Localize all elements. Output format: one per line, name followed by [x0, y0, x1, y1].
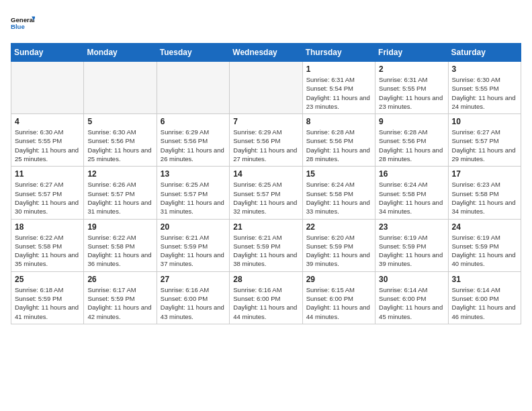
weekday-header: Tuesday: [157, 44, 229, 62]
day-info: Sunrise: 6:14 AMSunset: 6:00 PMDaylight:…: [379, 285, 444, 321]
day-number: 14: [233, 169, 298, 179]
day-number: 23: [379, 222, 444, 232]
day-info: Sunrise: 6:24 AMSunset: 5:58 PMDaylight:…: [306, 180, 371, 216]
day-number: 21: [233, 222, 298, 232]
weekday-header: Monday: [84, 44, 157, 62]
calendar-day-cell: 1Sunrise: 6:31 AMSunset: 5:54 PMDaylight…: [302, 62, 375, 114]
day-number: 31: [452, 275, 517, 284]
day-number: 12: [87, 169, 152, 179]
day-number: 8: [306, 117, 371, 126]
day-info: Sunrise: 6:31 AMSunset: 5:55 PMDaylight:…: [379, 75, 444, 111]
day-info: Sunrise: 6:21 AMSunset: 5:59 PMDaylight:…: [233, 233, 298, 269]
weekday-header-row: SundayMondayTuesdayWednesdayThursdayFrid…: [11, 44, 521, 62]
day-info: Sunrise: 6:24 AMSunset: 5:58 PMDaylight:…: [379, 180, 444, 216]
calendar-day-cell: 22Sunrise: 6:20 AMSunset: 5:59 PMDayligh…: [302, 219, 375, 271]
day-info: Sunrise: 6:14 AMSunset: 6:00 PMDaylight:…: [452, 285, 517, 321]
calendar-day-cell: 15Sunrise: 6:24 AMSunset: 5:58 PMDayligh…: [302, 167, 375, 219]
day-info: Sunrise: 6:22 AMSunset: 5:58 PMDaylight:…: [87, 233, 152, 269]
calendar-day-cell: 8Sunrise: 6:28 AMSunset: 5:56 PMDaylight…: [302, 114, 375, 167]
day-info: Sunrise: 6:29 AMSunset: 5:56 PMDaylight:…: [233, 128, 298, 163]
svg-text:General: General: [11, 16, 35, 24]
weekday-header: Thursday: [302, 44, 375, 62]
day-info: Sunrise: 6:19 AMSunset: 5:59 PMDaylight:…: [379, 233, 444, 269]
calendar-day-cell: 26Sunrise: 6:17 AMSunset: 5:59 PMDayligh…: [84, 271, 157, 324]
calendar-week-row: 1Sunrise: 6:31 AMSunset: 5:54 PMDaylight…: [11, 62, 521, 114]
day-number: 22: [306, 222, 371, 232]
calendar-day-cell: 19Sunrise: 6:22 AMSunset: 5:58 PMDayligh…: [84, 219, 157, 271]
calendar-day-cell: 10Sunrise: 6:27 AMSunset: 5:57 PMDayligh…: [448, 114, 521, 167]
calendar-day-cell: 3Sunrise: 6:30 AMSunset: 5:55 PMDaylight…: [448, 62, 521, 114]
page-header: General Blue: [11, 11, 521, 38]
day-number: 17: [452, 169, 517, 179]
day-number: 3: [452, 64, 517, 74]
calendar-day-cell: 4Sunrise: 6:30 AMSunset: 5:55 PMDaylight…: [11, 114, 84, 167]
day-info: Sunrise: 6:25 AMSunset: 5:57 PMDaylight:…: [233, 180, 298, 216]
calendar-week-row: 25Sunrise: 6:18 AMSunset: 5:59 PMDayligh…: [11, 271, 521, 324]
calendar-table: SundayMondayTuesdayWednesdayThursdayFrid…: [11, 43, 521, 324]
day-number: 20: [161, 222, 226, 232]
day-number: 5: [87, 117, 152, 126]
calendar-week-row: 11Sunrise: 6:27 AMSunset: 5:57 PMDayligh…: [11, 167, 521, 219]
day-number: 25: [15, 275, 80, 284]
calendar-day-cell: 12Sunrise: 6:26 AMSunset: 5:57 PMDayligh…: [84, 167, 157, 219]
day-number: 15: [306, 169, 371, 179]
calendar-day-cell: 24Sunrise: 6:19 AMSunset: 5:59 PMDayligh…: [448, 219, 521, 271]
day-info: Sunrise: 6:20 AMSunset: 5:59 PMDaylight:…: [306, 233, 371, 269]
calendar-day-cell: 9Sunrise: 6:28 AMSunset: 5:56 PMDaylight…: [375, 114, 448, 167]
day-info: Sunrise: 6:28 AMSunset: 5:56 PMDaylight:…: [306, 128, 371, 163]
day-info: Sunrise: 6:28 AMSunset: 5:56 PMDaylight:…: [379, 128, 444, 163]
calendar-week-row: 4Sunrise: 6:30 AMSunset: 5:55 PMDaylight…: [11, 114, 521, 167]
day-info: Sunrise: 6:15 AMSunset: 6:00 PMDaylight:…: [306, 285, 371, 321]
day-number: 4: [15, 117, 80, 126]
day-number: 9: [379, 117, 444, 126]
day-info: Sunrise: 6:19 AMSunset: 5:59 PMDaylight:…: [452, 233, 517, 269]
calendar-day-cell: 30Sunrise: 6:14 AMSunset: 6:00 PMDayligh…: [375, 271, 448, 324]
day-info: Sunrise: 6:16 AMSunset: 6:00 PMDaylight:…: [161, 285, 226, 321]
day-info: Sunrise: 6:18 AMSunset: 5:59 PMDaylight:…: [15, 285, 80, 321]
weekday-header: Friday: [375, 44, 448, 62]
day-number: 2: [379, 64, 444, 74]
day-number: 27: [161, 275, 226, 284]
day-number: 1: [306, 64, 371, 74]
calendar-day-cell: [157, 62, 229, 114]
calendar-day-cell: 25Sunrise: 6:18 AMSunset: 5:59 PMDayligh…: [11, 271, 84, 324]
day-info: Sunrise: 6:30 AMSunset: 5:55 PMDaylight:…: [452, 75, 517, 111]
day-info: Sunrise: 6:25 AMSunset: 5:57 PMDaylight:…: [161, 180, 226, 216]
day-info: Sunrise: 6:22 AMSunset: 5:58 PMDaylight:…: [15, 233, 80, 269]
svg-text:Blue: Blue: [11, 23, 25, 30]
weekday-header: Wednesday: [230, 44, 302, 62]
calendar-day-cell: 2Sunrise: 6:31 AMSunset: 5:55 PMDaylight…: [375, 62, 448, 114]
calendar-day-cell: [230, 62, 302, 114]
day-number: 6: [161, 117, 226, 126]
calendar-day-cell: 31Sunrise: 6:14 AMSunset: 6:00 PMDayligh…: [448, 271, 521, 324]
calendar-day-cell: 21Sunrise: 6:21 AMSunset: 5:59 PMDayligh…: [230, 219, 302, 271]
day-number: 30: [379, 275, 444, 284]
day-number: 18: [15, 222, 80, 232]
calendar-day-cell: 20Sunrise: 6:21 AMSunset: 5:59 PMDayligh…: [157, 219, 229, 271]
weekday-header: Saturday: [448, 44, 521, 62]
calendar-day-cell: 23Sunrise: 6:19 AMSunset: 5:59 PMDayligh…: [375, 219, 448, 271]
day-info: Sunrise: 6:31 AMSunset: 5:54 PMDaylight:…: [306, 75, 371, 111]
calendar-day-cell: 5Sunrise: 6:30 AMSunset: 5:56 PMDaylight…: [84, 114, 157, 167]
day-info: Sunrise: 6:29 AMSunset: 5:56 PMDaylight:…: [161, 128, 226, 163]
day-number: 26: [87, 275, 152, 284]
day-number: 29: [306, 275, 371, 284]
weekday-header: Sunday: [11, 44, 84, 62]
calendar-day-cell: [11, 62, 84, 114]
logo-svg: General Blue: [11, 11, 35, 35]
calendar-day-cell: 11Sunrise: 6:27 AMSunset: 5:57 PMDayligh…: [11, 167, 84, 219]
day-number: 16: [379, 169, 444, 179]
calendar-day-cell: 29Sunrise: 6:15 AMSunset: 6:00 PMDayligh…: [302, 271, 375, 324]
day-number: 10: [452, 117, 517, 126]
calendar-day-cell: 18Sunrise: 6:22 AMSunset: 5:58 PMDayligh…: [11, 219, 84, 271]
day-info: Sunrise: 6:17 AMSunset: 5:59 PMDaylight:…: [87, 285, 152, 321]
day-number: 7: [233, 117, 298, 126]
day-info: Sunrise: 6:21 AMSunset: 5:59 PMDaylight:…: [161, 233, 226, 269]
calendar-day-cell: 27Sunrise: 6:16 AMSunset: 6:00 PMDayligh…: [157, 271, 229, 324]
calendar-day-cell: 13Sunrise: 6:25 AMSunset: 5:57 PMDayligh…: [157, 167, 229, 219]
calendar-day-cell: 17Sunrise: 6:23 AMSunset: 5:58 PMDayligh…: [448, 167, 521, 219]
calendar-day-cell: 28Sunrise: 6:16 AMSunset: 6:00 PMDayligh…: [230, 271, 302, 324]
logo: General Blue: [11, 11, 35, 38]
day-info: Sunrise: 6:27 AMSunset: 5:57 PMDaylight:…: [452, 128, 517, 163]
day-number: 24: [452, 222, 517, 232]
